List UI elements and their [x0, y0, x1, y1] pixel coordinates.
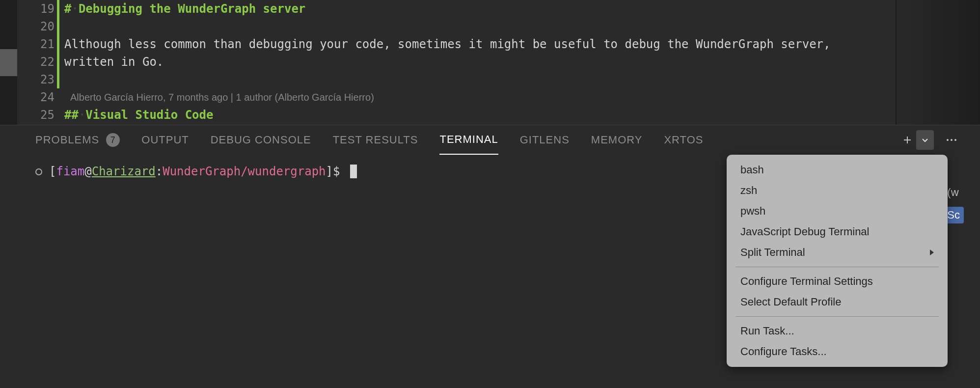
tab-label: MEMORY — [591, 134, 643, 146]
ellipsis-icon — [946, 138, 957, 142]
tab-label: PROBLEMS — [35, 134, 99, 146]
line-number: 22 — [17, 53, 54, 71]
tab-xrtos[interactable]: XRTOS — [664, 125, 703, 155]
menu-label: pwsh — [740, 205, 765, 218]
line-number: 25 — [17, 106, 54, 124]
menu-label: Configure Terminal Settings — [740, 275, 873, 288]
menu-item-select-default-profile[interactable]: Select Default Profile — [727, 292, 948, 312]
chevron-down-icon — [921, 136, 929, 144]
prompt-suffix: ]$ — [326, 165, 347, 178]
menu-label: bash — [740, 164, 764, 176]
prompt-path: WunderGraph/wundergraph — [163, 165, 326, 178]
tab-label: DEBUG CONSOLE — [211, 134, 311, 146]
md-heading-text: Visual Studio Code — [85, 108, 213, 122]
chevron-right-icon — [930, 249, 934, 255]
prompt-host: Charizard — [92, 165, 156, 178]
tab-memory[interactable]: MEMORY — [591, 125, 643, 155]
tab-terminal[interactable]: TERMINAL — [439, 125, 498, 155]
line-number-column: 19 20 21 22 23 24 25 — [17, 0, 60, 125]
menu-separator — [735, 267, 939, 267]
menu-item-zsh[interactable]: zsh — [727, 180, 948, 201]
prompt-status-icon — [35, 168, 42, 175]
tab-test-results[interactable]: TEST RESULTS — [333, 125, 418, 155]
prompt-user: fiam — [56, 165, 84, 178]
line-number: 23 — [17, 71, 54, 88]
menu-label: Configure Tasks... — [740, 345, 827, 358]
more-actions-button[interactable] — [943, 130, 960, 150]
bottom-panel: PROBLEMS 7 OUTPUT DEBUG CONSOLE TEST RES… — [0, 125, 980, 388]
md-heading-text: Debugging the WunderGraph server — [79, 2, 305, 16]
line-number: 20 — [17, 18, 54, 35]
menu-item-configure-tasks[interactable]: Configure Tasks... — [727, 341, 948, 362]
terminal-launch-profile-button[interactable] — [916, 130, 934, 150]
terminal-profile-menu: bash zsh pwsh JavaScript Debug Terminal … — [727, 155, 948, 367]
svg-point-2 — [954, 139, 956, 141]
menu-item-js-debug-terminal[interactable]: JavaScript Debug Terminal — [727, 222, 948, 242]
svg-point-0 — [947, 139, 949, 141]
code-line: Although less common than debugging your… — [64, 37, 831, 51]
tab-debug-console[interactable]: DEBUG CONSOLE — [211, 125, 311, 155]
line-number: 19 — [17, 0, 54, 18]
editor-content[interactable]: #·Debugging the WunderGraph server Altho… — [60, 0, 980, 125]
gutter-highlight — [0, 49, 17, 76]
menu-separator — [735, 316, 939, 317]
panel-actions — [898, 130, 960, 150]
menu-item-bash[interactable]: bash — [727, 160, 948, 180]
tab-gitlens[interactable]: GITLENS — [520, 125, 570, 155]
svg-point-1 — [951, 139, 953, 141]
editor-area: 19 20 21 22 23 24 25 #·Debugging the Wun… — [0, 0, 980, 125]
plus-icon — [902, 135, 912, 145]
left-gutter — [0, 0, 17, 125]
new-terminal-button[interactable] — [898, 130, 916, 150]
line-number: 24 — [17, 88, 54, 106]
line-number: 21 — [17, 35, 54, 53]
menu-item-run-task[interactable]: Run Task... — [727, 321, 948, 341]
prompt-colon: : — [156, 165, 163, 178]
menu-label: Run Task... — [740, 325, 794, 337]
menu-label: zsh — [740, 184, 757, 197]
tab-output[interactable]: OUTPUT — [141, 125, 189, 155]
menu-label: JavaScript Debug Terminal — [740, 225, 870, 238]
tab-label: GITLENS — [520, 134, 570, 146]
menu-item-pwsh[interactable]: pwsh — [727, 201, 948, 222]
tab-label: TEST RESULTS — [333, 134, 418, 146]
prompt-at: @ — [84, 165, 91, 178]
tab-label: XRTOS — [664, 134, 703, 146]
menu-item-split-terminal[interactable]: Split Terminal — [727, 242, 948, 263]
gitlens-codelens[interactable]: Alberto García Hierro, 7 months ago | 1 … — [64, 88, 980, 106]
panel-tab-bar: PROBLEMS 7 OUTPUT DEBUG CONSOLE TEST RES… — [0, 125, 980, 155]
md-heading-mark: # — [64, 2, 71, 16]
tab-label: OUTPUT — [141, 134, 189, 146]
menu-label: Split Terminal — [740, 246, 805, 259]
tab-problems[interactable]: PROBLEMS 7 — [35, 125, 120, 155]
prompt-bracket: [ — [49, 165, 56, 178]
code-line: written in Go. — [64, 55, 163, 69]
menu-item-configure-terminal-settings[interactable]: Configure Terminal Settings — [727, 271, 948, 292]
md-heading-mark: ## — [64, 108, 79, 122]
tab-label: TERMINAL — [439, 133, 498, 146]
problems-badge: 7 — [106, 133, 120, 147]
menu-label: Select Default Profile — [740, 296, 841, 308]
terminal-cursor — [350, 165, 357, 178]
